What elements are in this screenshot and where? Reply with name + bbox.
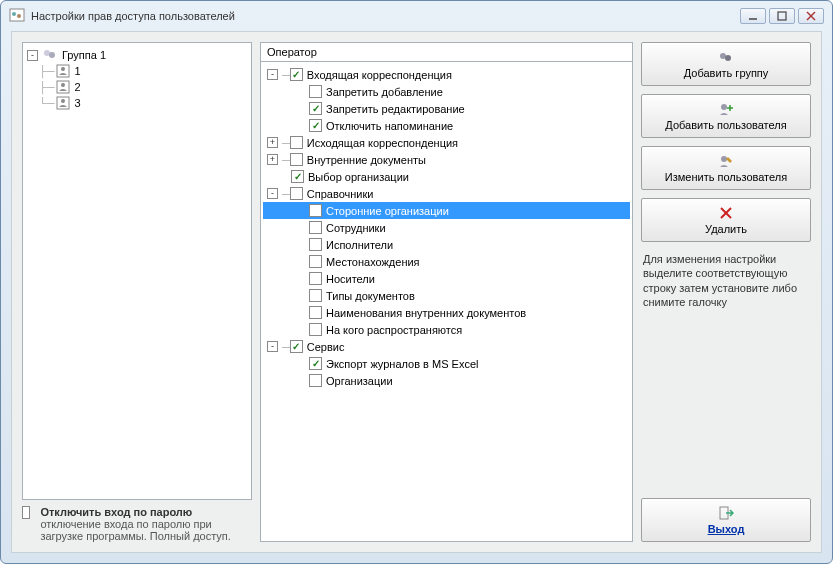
hint-text: Для изменения настройки выделите соответ… xyxy=(641,250,811,311)
permissions-header: Оператор xyxy=(260,42,633,61)
perm-node-selected[interactable]: Сторонние организации xyxy=(263,202,630,219)
perm-checkbox[interactable] xyxy=(309,102,322,115)
perm-node[interactable]: Запретить добавление xyxy=(263,83,630,100)
expander-icon[interactable]: - xyxy=(27,50,38,61)
perm-label: Выбор организации xyxy=(308,171,409,183)
expander-icon[interactable]: - xyxy=(267,188,278,199)
perm-checkbox[interactable] xyxy=(290,340,303,353)
perm-node[interactable]: Организации xyxy=(263,372,630,389)
perm-checkbox[interactable] xyxy=(309,306,322,319)
user-icon xyxy=(55,95,71,111)
titlebar: Настройки прав доступа пользователей xyxy=(1,1,832,31)
tree-group[interactable]: - Группа 1 xyxy=(27,47,247,63)
perm-node[interactable]: Местонахождения xyxy=(263,253,630,270)
permissions-tree[interactable]: - ─ Входящая корреспонденция Запретить д… xyxy=(260,61,633,542)
svg-rect-0 xyxy=(10,9,24,21)
perm-checkbox[interactable] xyxy=(309,119,322,132)
perm-checkbox[interactable] xyxy=(309,323,322,336)
svg-point-17 xyxy=(721,104,727,110)
perm-label: Организации xyxy=(326,375,393,387)
svg-point-8 xyxy=(49,52,55,58)
tree-user[interactable]: ├─ 2 xyxy=(27,79,247,95)
right-column: Добавить группу Добавить пользователя Из… xyxy=(641,42,811,542)
perm-checkbox[interactable] xyxy=(309,255,322,268)
content-area: - Группа 1 ├─ 1 ├─ 2 xyxy=(11,31,822,553)
svg-point-12 xyxy=(61,83,65,87)
svg-point-10 xyxy=(61,67,65,71)
perm-node[interactable]: Запретить редактирование xyxy=(263,100,630,117)
svg-point-1 xyxy=(12,12,16,16)
perm-node[interactable]: + ─ Внутренние документы xyxy=(263,151,630,168)
perm-label: Исходящая корреспонденция xyxy=(307,137,458,149)
exit-button[interactable]: Выход xyxy=(641,498,811,542)
perm-checkbox[interactable] xyxy=(290,153,303,166)
perm-checkbox[interactable] xyxy=(309,374,322,387)
perm-node[interactable]: Носители xyxy=(263,270,630,287)
perm-label: Носители xyxy=(326,273,375,285)
perm-label: Внутренние документы xyxy=(307,154,426,166)
perm-node[interactable]: - ─ Сервис xyxy=(263,338,630,355)
window-controls xyxy=(740,8,824,24)
tree-user[interactable]: ├─ 1 xyxy=(27,63,247,79)
perm-checkbox[interactable] xyxy=(309,204,322,217)
svg-point-16 xyxy=(725,55,731,61)
perm-label: Входящая корреспонденция xyxy=(307,69,452,81)
perm-node[interactable]: На кого распространяются xyxy=(263,321,630,338)
perm-checkbox[interactable] xyxy=(291,170,304,183)
perm-label: Наименования внутренних документов xyxy=(326,307,526,319)
minimize-button[interactable] xyxy=(740,8,766,24)
window-title: Настройки прав доступа пользователей xyxy=(31,10,740,22)
edit-user-button[interactable]: Изменить пользователя xyxy=(641,146,811,190)
svg-rect-4 xyxy=(778,12,786,20)
perm-node[interactable]: + ─ Исходящая корреспонденция xyxy=(263,134,630,151)
expander-icon[interactable]: + xyxy=(267,137,278,148)
button-label: Добавить группу xyxy=(684,67,769,79)
perm-node[interactable]: Сотрудники xyxy=(263,219,630,236)
perm-node[interactable]: Наименования внутренних документов xyxy=(263,304,630,321)
button-label: Удалить xyxy=(705,223,747,235)
expander-icon[interactable]: - xyxy=(267,341,278,352)
tree-user[interactable]: └─ 3 xyxy=(27,95,247,111)
perm-checkbox[interactable] xyxy=(290,187,303,200)
button-label: Выход xyxy=(708,523,745,535)
expander-icon[interactable]: + xyxy=(267,154,278,165)
user-plus-icon xyxy=(718,101,734,117)
perm-node[interactable]: Выбор организации xyxy=(263,168,630,185)
perm-node[interactable]: Исполнители xyxy=(263,236,630,253)
delete-button[interactable]: Удалить xyxy=(641,198,811,242)
maximize-button[interactable] xyxy=(769,8,795,24)
close-button[interactable] xyxy=(798,8,824,24)
expander-icon[interactable]: - xyxy=(267,69,278,80)
perm-checkbox[interactable] xyxy=(290,136,303,149)
perm-checkbox[interactable] xyxy=(309,357,322,370)
add-group-button[interactable]: Добавить группу xyxy=(641,42,811,86)
group-plus-icon xyxy=(718,49,734,65)
perm-checkbox[interactable] xyxy=(290,68,303,81)
perm-checkbox[interactable] xyxy=(309,289,322,302)
perm-label: Местонахождения xyxy=(326,256,420,268)
perm-label: Сервис xyxy=(307,341,345,353)
perm-node[interactable]: Отключить напоминание xyxy=(263,117,630,134)
user-tree[interactable]: - Группа 1 ├─ 1 ├─ 2 xyxy=(22,42,252,500)
svg-point-14 xyxy=(61,99,65,103)
perm-checkbox[interactable] xyxy=(309,238,322,251)
perm-checkbox[interactable] xyxy=(309,272,322,285)
perm-node[interactable]: Экспорт журналов в MS Excel xyxy=(263,355,630,372)
user-icon xyxy=(55,79,71,95)
disable-password-checkbox[interactable] xyxy=(22,506,30,519)
tree-user-label: 1 xyxy=(75,65,81,77)
user-edit-icon xyxy=(718,153,734,169)
delete-icon xyxy=(718,205,734,221)
perm-label: Исполнители xyxy=(326,239,393,251)
add-user-button[interactable]: Добавить пользователя xyxy=(641,94,811,138)
perm-checkbox[interactable] xyxy=(309,85,322,98)
perm-node[interactable]: - ─ Входящая корреспонденция xyxy=(263,66,630,83)
middle-column: Оператор - ─ Входящая корреспонденция За… xyxy=(260,42,633,542)
perm-checkbox[interactable] xyxy=(309,221,322,234)
disable-password-label: Отключить вход по паролю xyxy=(40,506,252,518)
app-icon xyxy=(9,8,25,24)
perm-node[interactable]: - ─ Справочники xyxy=(263,185,630,202)
perm-label: Справочники xyxy=(307,188,374,200)
perm-label: Типы документов xyxy=(326,290,415,302)
perm-node[interactable]: Типы документов xyxy=(263,287,630,304)
